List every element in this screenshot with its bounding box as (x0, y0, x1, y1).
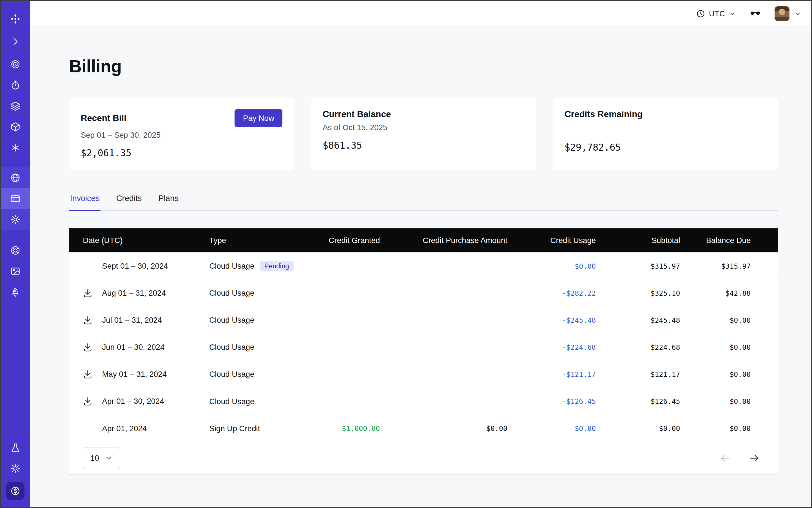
table-pagination: 10 (69, 442, 778, 474)
tab-credits[interactable]: Credits (115, 190, 143, 210)
credit-purchase-value: $0.00 (380, 424, 507, 432)
credit-usage-value: -$282.22 (507, 289, 596, 297)
download-invoice-icon[interactable] (83, 288, 102, 298)
subtotal-value: $0.00 (596, 424, 680, 432)
invoice-date: Jun 01 – 30, 2024 (102, 343, 165, 352)
subtotal-value: $121.17 (596, 370, 680, 378)
billing-tabs: Invoices Credits Plans (69, 190, 778, 210)
credit-usage-value: -$121.17 (507, 370, 596, 378)
status-badge: Pending (260, 261, 294, 272)
credit-usage-value: $0.00 (507, 262, 596, 270)
user-menu[interactable] (775, 6, 802, 22)
table-row[interactable]: Sept 01 – 30, 2024 Cloud UsagePending $0… (69, 252, 778, 279)
app-window: UTC Billing Recent Bill Pay Now Se (0, 0, 812, 508)
balance-due-value: $42.88 (680, 289, 778, 297)
pay-now-button[interactable]: Pay Now (234, 109, 283, 127)
invoices-table: Date (UTC) Type Credit Granted Credit Pu… (69, 228, 778, 474)
table-row[interactable]: Jun 01 – 30, 2024 Cloud Usage -$224.68 $… (69, 334, 778, 361)
credit-usage-value: -$224.68 (507, 343, 596, 351)
invoice-date: May 01 – 31, 2024 (102, 370, 167, 379)
previous-page-button[interactable] (720, 453, 731, 464)
table-row[interactable]: Aug 01 – 31, 2024 Cloud Usage -$282.22 $… (69, 280, 778, 307)
subtotal-value: $325.10 (596, 289, 680, 297)
balance-due-value: $0.00 (680, 397, 778, 406)
balance-due-value: $0.00 (680, 343, 778, 351)
invoice-type: Cloud Usage (209, 289, 254, 298)
col-header-type: Type (209, 236, 305, 245)
globe-icon[interactable] (1, 167, 30, 188)
col-header-credit-purchase: Credit Purchase Amount (380, 236, 507, 245)
arrow-right-icon (749, 453, 760, 464)
recent-bill-amount: $2,061.35 (81, 147, 283, 159)
sidebar (1, 1, 30, 507)
next-page-button[interactable] (749, 453, 760, 464)
arrow-left-icon (720, 453, 731, 464)
balance-due-value: $315.97 (680, 262, 778, 270)
credits-remaining-card: Credits Remaining $29,782.65 (553, 98, 778, 170)
summary-cards: Recent Bill Pay Now Sep 01 – Sep 30, 202… (69, 98, 778, 170)
download-invoice-icon[interactable] (83, 396, 102, 406)
tab-plans[interactable]: Plans (157, 190, 180, 210)
current-balance-amount: $861.35 (323, 140, 524, 151)
table-header-row: Date (UTC) Type Credit Granted Credit Pu… (69, 228, 778, 252)
credit-usage-value: $0.00 (507, 424, 596, 432)
clock-icon (696, 9, 705, 18)
table-row[interactable]: Apr 01, 2024 Sign Up Credit $1,000.00 $0… (69, 415, 778, 442)
sun-icon[interactable] (1, 458, 30, 479)
asterisk-icon[interactable] (1, 137, 30, 158)
timezone-selector[interactable]: UTC (696, 9, 736, 18)
settings-gear-icon[interactable] (1, 209, 30, 230)
col-header-balance-due: Balance Due (680, 236, 778, 245)
current-balance-card: Current Balance As of Oct 15, 2025 $861.… (311, 98, 536, 170)
credits-remaining-title: Credits Remaining (564, 109, 642, 119)
current-balance-title: Current Balance (323, 109, 391, 119)
credits-remaining-amount: $29,782.65 (564, 142, 766, 153)
logo-icon[interactable] (1, 7, 30, 31)
flask-icon[interactable] (1, 437, 30, 458)
balance-due-value: $0.00 (680, 316, 778, 325)
main-column: UTC Billing Recent Bill Pay Now Se (30, 1, 811, 507)
dollar-coin-background (6, 482, 25, 500)
credit-granted-value: $1,000.00 (305, 424, 380, 432)
rocket-icon[interactable] (1, 282, 30, 303)
subtotal-value: $126.45 (596, 397, 680, 406)
recent-bill-card: Recent Bill Pay Now Sep 01 – Sep 30, 202… (69, 98, 294, 170)
page-size-select[interactable]: 10 (83, 447, 120, 469)
chevron-down-icon (729, 10, 736, 17)
download-invoice-icon[interactable] (83, 370, 102, 379)
recent-bill-period: Sep 01 – Sep 30, 2025 (81, 131, 283, 140)
table-row[interactable]: May 01 – 31, 2024 Cloud Usage -$121.17 $… (69, 361, 778, 388)
images-icon[interactable] (1, 261, 30, 282)
download-invoice-icon[interactable] (83, 315, 102, 325)
balance-due-value: $0.00 (680, 424, 778, 432)
cube-icon[interactable] (1, 116, 30, 137)
credit-usage-value: -$126.45 (507, 397, 596, 406)
glasses-icon[interactable] (750, 8, 761, 19)
layers-icon[interactable] (1, 95, 30, 116)
invoice-date: Sept 01 – 30, 2024 (102, 262, 168, 270)
invoice-type: Cloud Usage (209, 262, 254, 270)
timer-icon[interactable] (1, 75, 30, 95)
page-size-value: 10 (90, 454, 99, 463)
lifebuoy-icon[interactable] (1, 240, 30, 261)
chevron-right-icon[interactable] (1, 31, 30, 52)
recent-bill-title: Recent Bill (81, 113, 126, 123)
credit-usage-value: -$245.48 (507, 316, 596, 325)
invoice-date: Aug 01 – 31, 2024 (102, 289, 166, 298)
invoice-type: Cloud Usage (209, 397, 254, 406)
tab-invoices[interactable]: Invoices (69, 190, 100, 211)
col-header-date: Date (UTC) (69, 236, 209, 245)
dollar-coin-icon[interactable] (1, 479, 30, 503)
download-invoice-icon[interactable] (83, 342, 102, 352)
subtotal-value: $224.68 (596, 343, 680, 351)
balance-due-value: $0.00 (680, 370, 778, 378)
table-row[interactable]: Apr 01 – 30, 2024 Cloud Usage -$126.45 $… (69, 388, 778, 415)
invoice-type: Cloud Usage (209, 343, 254, 352)
billing-card-icon[interactable] (1, 188, 30, 209)
col-header-credit-granted: Credit Granted (305, 236, 380, 245)
invoice-date: Jul 01 – 31, 2024 (102, 316, 162, 325)
main-content: Billing Recent Bill Pay Now Sep 01 – Sep… (30, 27, 811, 507)
radar-icon[interactable] (1, 54, 30, 75)
avatar (775, 6, 790, 22)
table-row[interactable]: Jul 01 – 31, 2024 Cloud Usage -$245.48 $… (69, 307, 778, 334)
